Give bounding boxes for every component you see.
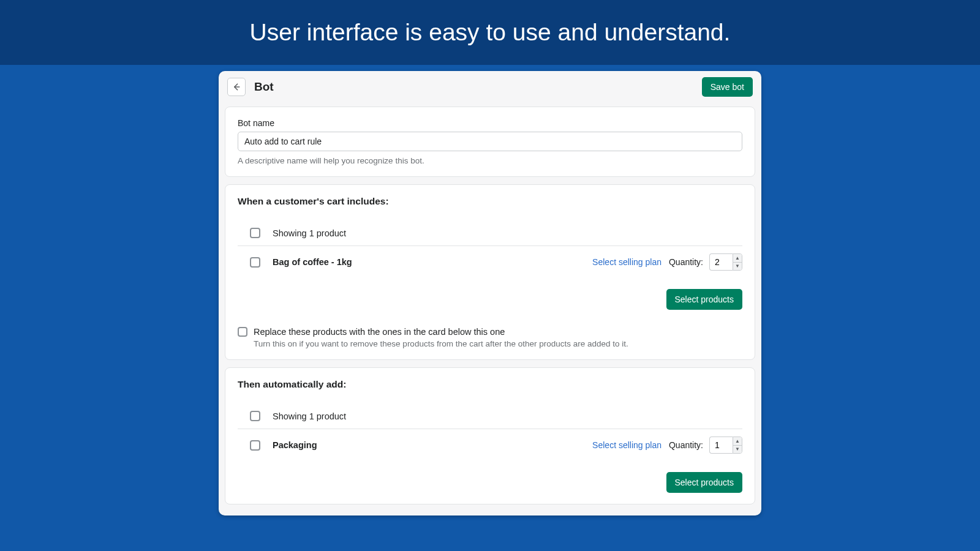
- includes-heading: When a customer's cart includes:: [238, 196, 742, 207]
- quantity-stepper: ▲ ▼: [709, 437, 742, 454]
- quantity-input[interactable]: [709, 253, 733, 271]
- arrow-left-icon: [232, 82, 241, 92]
- adds-summary-text: Showing 1 product: [273, 411, 742, 421]
- product-name: Bag of coffee - 1kg: [273, 257, 592, 267]
- select-all-checkbox[interactable]: [250, 411, 260, 421]
- bot-name-label: Bot name: [238, 118, 742, 128]
- bot-name-help: A descriptive name will help you recogni…: [238, 156, 742, 165]
- quantity-label: Quantity:: [669, 257, 703, 267]
- quantity-label: Quantity:: [669, 440, 703, 450]
- settings-panel: Bot Save bot Bot name A descriptive name…: [219, 71, 761, 515]
- save-bot-button[interactable]: Save bot: [702, 77, 753, 97]
- replace-block: Replace these products with the ones in …: [238, 327, 742, 348]
- includes-card: When a customer's cart includes: Showing…: [225, 184, 755, 360]
- promo-banner-text: User interface is easy to use and unders…: [250, 19, 731, 46]
- adds-card: Then automatically add: Showing 1 produc…: [225, 367, 755, 504]
- select-products-button[interactable]: Select products: [666, 472, 743, 493]
- quantity-stepper: ▲ ▼: [709, 253, 742, 271]
- product-row: Bag of coffee - 1kg Select selling plan …: [238, 246, 742, 278]
- includes-summary-row: Showing 1 product: [238, 220, 742, 246]
- bot-name-input[interactable]: [238, 132, 742, 151]
- product-checkbox[interactable]: [250, 440, 260, 451]
- quantity-input[interactable]: [709, 437, 733, 454]
- adds-heading: Then automatically add:: [238, 379, 742, 390]
- select-selling-plan-link[interactable]: Select selling plan: [592, 440, 662, 450]
- select-selling-plan-link[interactable]: Select selling plan: [592, 257, 662, 267]
- bot-name-card: Bot name A descriptive name will help yo…: [225, 107, 755, 177]
- back-button[interactable]: [227, 78, 246, 96]
- page-title: Bot: [254, 80, 274, 94]
- promo-banner: User interface is easy to use and unders…: [0, 0, 980, 65]
- quantity-up-button[interactable]: ▲: [733, 437, 742, 445]
- product-name: Packaging: [273, 440, 592, 450]
- replace-help: Turn this on if you want to remove these…: [254, 339, 742, 348]
- product-row: Packaging Select selling plan Quantity: …: [238, 429, 742, 461]
- panel-header: Bot Save bot: [219, 71, 761, 102]
- select-all-checkbox[interactable]: [250, 228, 260, 238]
- adds-summary-row: Showing 1 product: [238, 403, 742, 429]
- quantity-up-button[interactable]: ▲: [733, 254, 742, 262]
- select-products-button[interactable]: Select products: [666, 289, 743, 310]
- replace-label: Replace these products with the ones in …: [254, 327, 505, 337]
- includes-summary-text: Showing 1 product: [273, 228, 742, 238]
- quantity-down-button[interactable]: ▼: [733, 445, 742, 453]
- replace-checkbox[interactable]: [238, 327, 247, 337]
- quantity-down-button[interactable]: ▼: [733, 262, 742, 270]
- product-checkbox[interactable]: [250, 257, 260, 268]
